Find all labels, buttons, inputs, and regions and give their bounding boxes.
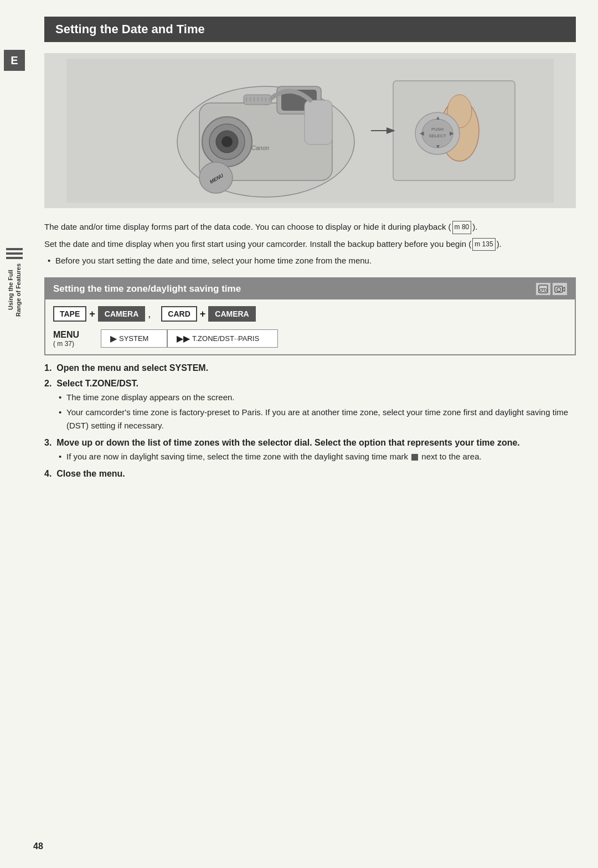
section-box-title: Setting the time zone/daylight saving ti… bbox=[45, 278, 575, 299]
svg-text:▶: ▶ bbox=[450, 130, 454, 136]
instruction-2: 2. Select T.ZONE/DST. The time zone disp… bbox=[44, 379, 576, 432]
section-box: Setting the time zone/daylight saving ti… bbox=[44, 277, 576, 355]
intro-paragraph-2: Set the date and time display when you f… bbox=[44, 237, 576, 251]
camera-badge-2: CAMERA bbox=[208, 306, 255, 322]
section-box-content: TAPE + CAMERA , CARD + CAMERA MENU ( m 3… bbox=[45, 299, 575, 354]
svg-marker-38 bbox=[563, 287, 565, 291]
sidebar: E Using the Full Range of Features bbox=[0, 0, 29, 868]
mode-row: TAPE + CAMERA , CARD + CAMERA bbox=[53, 306, 567, 322]
menu-step-2-text: T.ZONE/DST··PARIS bbox=[192, 334, 259, 343]
instruction-1-header: 1. Open the menu and select SYSTEM. bbox=[44, 363, 576, 373]
svg-point-34 bbox=[544, 289, 547, 292]
menu-step-1-box: ▶ SYSTEM bbox=[101, 329, 167, 348]
menu-label: MENU bbox=[53, 330, 92, 340]
instruction-3: 3. Move up or down the list of time zone… bbox=[44, 438, 576, 463]
svg-text:Canon: Canon bbox=[251, 144, 269, 151]
instruction-3-bullets: If you are now in daylight saving time, … bbox=[56, 450, 576, 463]
svg-rect-13 bbox=[244, 95, 271, 105]
instruction-4: 4. Close the menu. bbox=[44, 469, 576, 479]
instruction-4-header: 4. Close the menu. bbox=[44, 469, 576, 479]
sidebar-rotated-text: Using the Full Range of Features bbox=[7, 264, 23, 317]
arrow-right-1: ▶ bbox=[110, 333, 117, 344]
intro-text-block: The date and/or time display forms part … bbox=[44, 220, 576, 267]
intro-paragraph-1: The date and/or time display forms part … bbox=[44, 220, 576, 234]
tape-badge: TAPE bbox=[53, 306, 86, 322]
page-container: E Using the Full Range of Features Setti… bbox=[0, 0, 598, 868]
menu-ref: ( m 37) bbox=[53, 340, 94, 348]
comma-separator: , bbox=[145, 308, 153, 320]
camera-svg: MENU Canon bbox=[66, 59, 554, 203]
instruction-2-bullet-1: The time zone display appears on the scr… bbox=[56, 391, 576, 404]
tape-mode-icon bbox=[536, 283, 550, 295]
sidebar-line-3 bbox=[6, 257, 23, 259]
svg-text:▼: ▼ bbox=[435, 143, 441, 149]
svg-point-33 bbox=[540, 289, 543, 292]
main-content: Setting the Date and Time bbox=[33, 0, 598, 507]
instructions-block: 1. Open the menu and select SYSTEM. 2. S… bbox=[44, 363, 576, 479]
sidebar-line-1 bbox=[6, 248, 23, 250]
dst-mark-icon bbox=[411, 454, 418, 461]
intro-bullet-1: Before you start setting the date and ti… bbox=[44, 254, 576, 267]
menu-row: MENU ( m 37) ▶ SYSTEM ▶▶ T.ZONE/DST··PAR… bbox=[53, 329, 567, 348]
menu-step-2-box: ▶▶ T.ZONE/DST··PARIS bbox=[167, 329, 278, 348]
camera-badge-1: CAMERA bbox=[98, 306, 145, 322]
camera-illustration: MENU Canon bbox=[44, 53, 576, 208]
menu-step-1-text: SYSTEM bbox=[119, 334, 148, 343]
instruction-2-header: 2. Select T.ZONE/DST. bbox=[44, 379, 576, 389]
svg-text:SELECT: SELECT bbox=[429, 133, 446, 138]
svg-text:◀: ◀ bbox=[420, 130, 424, 136]
page-number: 48 bbox=[33, 841, 43, 851]
svg-rect-9 bbox=[305, 100, 332, 144]
instruction-1: 1. Open the menu and select SYSTEM. bbox=[44, 363, 576, 373]
camera-mode-icon bbox=[553, 283, 567, 295]
page-title: Setting the Date and Time bbox=[44, 17, 576, 42]
sidebar-lines bbox=[6, 248, 23, 259]
svg-text:▲: ▲ bbox=[435, 115, 441, 121]
instruction-3-header: 3. Move up or down the list of time zone… bbox=[44, 438, 576, 448]
svg-point-6 bbox=[221, 136, 233, 147]
sidebar-line-2 bbox=[6, 252, 23, 255]
instruction-2-bullet-2: Your camcorder's time zone is factory-pr… bbox=[56, 406, 576, 432]
menu-label-block: MENU ( m 37) bbox=[53, 330, 94, 348]
card-badge: CARD bbox=[161, 306, 197, 322]
plus-sign-1: + bbox=[89, 308, 95, 320]
section-icons bbox=[536, 283, 567, 295]
ref-box-135: m 135 bbox=[472, 238, 495, 251]
instruction-3-bullet-1: If you are now in daylight saving time, … bbox=[56, 450, 576, 463]
double-arrow: ▶▶ bbox=[177, 333, 190, 344]
svg-text:PUSH: PUSH bbox=[431, 127, 444, 132]
plus-sign-2: + bbox=[200, 308, 206, 320]
instruction-2-bullets: The time zone display appears on the scr… bbox=[56, 391, 576, 432]
ref-box-80: m 80 bbox=[452, 221, 472, 234]
sidebar-letter-e: E bbox=[4, 50, 25, 71]
svg-point-37 bbox=[557, 288, 561, 292]
